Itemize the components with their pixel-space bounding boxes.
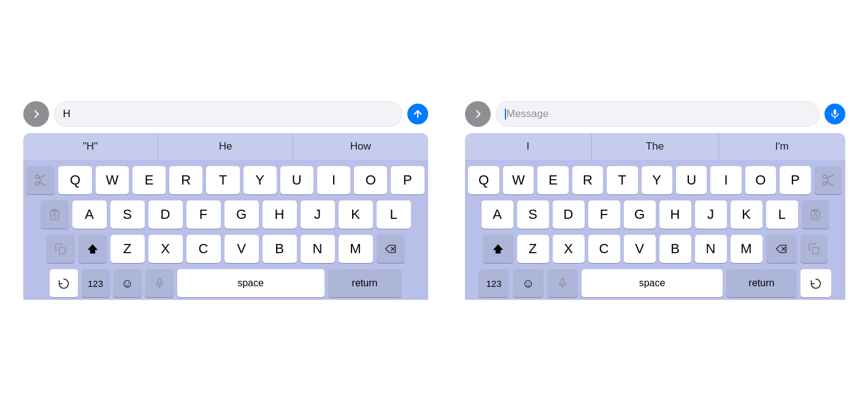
right-key-H[interactable]: H: [659, 200, 691, 229]
right-key-A[interactable]: A: [482, 200, 513, 229]
right-delete-key[interactable]: [766, 235, 797, 263]
key-V[interactable]: V: [225, 235, 259, 263]
right-copy-icon: [808, 243, 820, 255]
left-row1: Q W E R T Y U I O P: [27, 166, 424, 194]
paste-key[interactable]: [40, 200, 69, 229]
right-key-N[interactable]: N: [695, 235, 727, 263]
key-E[interactable]: E: [133, 166, 166, 194]
key-U[interactable]: U: [280, 166, 313, 194]
key-Z[interactable]: Z: [110, 235, 145, 263]
right-paste-key[interactable]: [802, 200, 829, 229]
right-mic-key[interactable]: [547, 269, 578, 297]
right-key-M[interactable]: M: [731, 235, 762, 263]
key-W[interactable]: W: [96, 166, 129, 194]
right-key-G[interactable]: G: [624, 200, 656, 229]
right-paste-icon: [809, 208, 821, 221]
right-expand-button[interactable]: [465, 101, 491, 127]
right-undo-icon: [810, 277, 822, 289]
right-key-K[interactable]: K: [731, 200, 762, 229]
left-expand-button[interactable]: [23, 101, 49, 127]
svg-line-21: [826, 182, 832, 185]
key-L[interactable]: L: [377, 200, 411, 229]
key-M[interactable]: M: [339, 235, 373, 263]
key-J[interactable]: J: [301, 200, 335, 229]
key-A[interactable]: A: [72, 200, 107, 229]
svg-line-3: [39, 175, 45, 178]
autocomplete-item-0[interactable]: "H": [23, 133, 158, 160]
right-scissors-icon: [821, 173, 835, 187]
right-key-W[interactable]: W: [503, 166, 534, 194]
undo-key[interactable]: [50, 269, 78, 297]
right-key-S[interactable]: S: [517, 200, 549, 229]
left-send-button[interactable]: [407, 104, 428, 124]
right-key-E[interactable]: E: [537, 166, 568, 194]
right-key-L[interactable]: L: [766, 200, 798, 229]
right-row2: A S D F G H J K L: [469, 200, 842, 229]
right-key-Z[interactable]: Z: [517, 235, 549, 263]
right-undo-key[interactable]: [801, 269, 831, 297]
key-O[interactable]: O: [354, 166, 387, 194]
right-key-V[interactable]: V: [624, 235, 656, 263]
key-F[interactable]: F: [186, 200, 221, 229]
delete-key[interactable]: [377, 235, 405, 263]
right-key-C[interactable]: C: [588, 235, 620, 263]
right-key-X[interactable]: X: [553, 235, 585, 263]
right-message-input[interactable]: Message: [496, 101, 820, 127]
key-P[interactable]: P: [391, 166, 424, 194]
key-S[interactable]: S: [110, 200, 145, 229]
right-key-I[interactable]: I: [710, 166, 741, 194]
right-autocomplete-item-2[interactable]: I'm: [719, 133, 845, 160]
right-keyboard-panel: I The I'm Q W E R T Y U I O P: [465, 133, 845, 300]
key-Y[interactable]: Y: [244, 166, 277, 194]
autocomplete-item-1[interactable]: He: [158, 133, 293, 160]
key-T[interactable]: T: [206, 166, 239, 194]
return-key-right[interactable]: return: [726, 269, 797, 297]
key-D[interactable]: D: [148, 200, 183, 229]
right-autocomplete-item-0[interactable]: I: [465, 133, 592, 160]
right-key-F[interactable]: F: [588, 200, 620, 229]
left-row4: 123 ☺ space return: [27, 269, 424, 297]
numbers-key[interactable]: 123: [82, 269, 110, 297]
key-N[interactable]: N: [301, 235, 335, 263]
right-autocomplete-item-1[interactable]: The: [592, 133, 719, 160]
copy-key[interactable]: [47, 235, 75, 263]
right-numbers-key[interactable]: 123: [478, 269, 509, 297]
svg-line-22: [826, 178, 829, 180]
right-emoji-key[interactable]: ☺: [513, 269, 543, 297]
right-key-J[interactable]: J: [695, 200, 727, 229]
key-Q[interactable]: Q: [58, 166, 91, 194]
right-key-Y[interactable]: Y: [642, 166, 672, 194]
right-key-P[interactable]: P: [780, 166, 810, 194]
key-R[interactable]: R: [169, 166, 202, 194]
right-key-B[interactable]: B: [659, 235, 691, 263]
left-message-bar: H: [23, 96, 428, 133]
shift-key[interactable]: [79, 235, 107, 263]
space-key-right[interactable]: space: [582, 269, 723, 297]
right-copy-key[interactable]: [801, 235, 828, 263]
right-shift-key[interactable]: [483, 235, 513, 263]
key-H[interactable]: H: [263, 200, 297, 229]
right-key-O[interactable]: O: [745, 166, 776, 194]
space-key-left[interactable]: space: [177, 269, 325, 297]
right-keyboard-wrapper: Message I The I'm Q: [465, 96, 845, 300]
key-G[interactable]: G: [225, 200, 259, 229]
key-K[interactable]: K: [339, 200, 373, 229]
right-mic-button[interactable]: [824, 104, 845, 124]
right-key-T[interactable]: T: [607, 166, 637, 194]
right-key-Q[interactable]: Q: [468, 166, 499, 194]
scissors-key[interactable]: [26, 166, 55, 194]
right-key-D[interactable]: D: [553, 200, 585, 229]
autocomplete-item-2[interactable]: How: [293, 133, 428, 160]
return-key-left[interactable]: return: [328, 269, 402, 297]
mic-left-key[interactable]: [145, 269, 174, 297]
emoji-key[interactable]: ☺: [113, 269, 142, 297]
left-message-input[interactable]: H: [54, 101, 402, 127]
right-scissors-key[interactable]: [815, 166, 842, 194]
key-C[interactable]: C: [186, 235, 221, 263]
key-I[interactable]: I: [317, 166, 350, 194]
svg-line-4: [39, 182, 45, 185]
right-key-U[interactable]: U: [676, 166, 707, 194]
key-X[interactable]: X: [148, 235, 183, 263]
right-key-R[interactable]: R: [572, 166, 603, 194]
key-B[interactable]: B: [263, 235, 297, 263]
